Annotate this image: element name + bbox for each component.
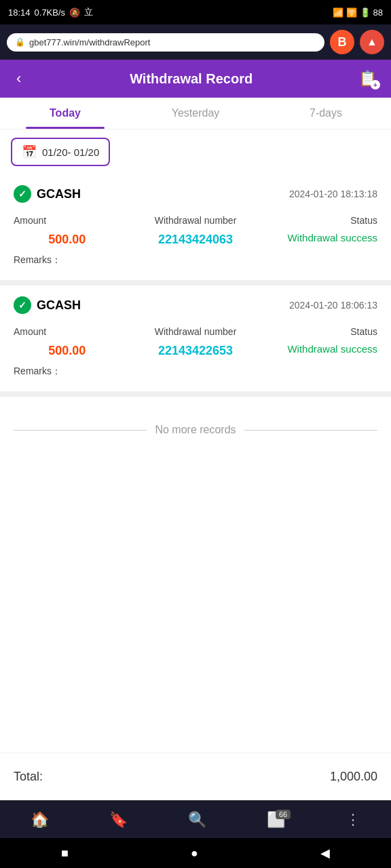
no-more-line-left	[14, 430, 147, 431]
status-right: 📶 🛜 🔋 88	[333, 7, 383, 18]
date-range-value: 01/20- 01/20	[42, 146, 99, 158]
tab-today[interactable]: Today	[0, 98, 130, 129]
withdrawal-number-2: 22143422653	[121, 342, 271, 359]
card-brand-2: ✓ GCASH	[14, 296, 81, 314]
alert-icon[interactable]: ▲	[360, 30, 384, 54]
gcash-icon-1: ✓	[14, 185, 31, 203]
status-header-2: Status	[270, 323, 377, 340]
plus-badge: +	[371, 80, 380, 90]
remarks-row-2: Remarks：	[14, 365, 377, 378]
system-nav: ■ ● ◀	[0, 838, 391, 868]
nav-home-button[interactable]: 🏠	[21, 807, 58, 833]
amount-header-1: Amount	[14, 212, 121, 229]
remarks-label-2: Remarks：	[14, 366, 61, 376]
network-speed: 0.7KB/s	[35, 7, 66, 18]
status-left: 18:14 0.7KB/s 🔕 立	[8, 6, 93, 18]
battery-icon: 🔋	[360, 7, 371, 18]
address-bar[interactable]: 🔒 gbet777.win/m/withdrawReport	[7, 33, 324, 52]
status-value-1: Withdrawal success	[270, 231, 377, 248]
remarks-label-1: Remarks：	[14, 254, 61, 265]
card-header-2: ✓ GCASH 2024-01-20 18:06:13	[14, 296, 377, 314]
status-bar: 18:14 0.7KB/s 🔕 立 📶 🛜 🔋 88	[0, 0, 391, 24]
date-range-button[interactable]: 📅 01/20- 01/20	[11, 138, 110, 166]
date-range-wrapper: 📅 01/20- 01/20	[0, 130, 391, 174]
system-recent-button[interactable]: ■	[52, 842, 78, 865]
bookmark-icon: 🔖	[109, 811, 128, 829]
app-header: ‹ Withdrawal Record 📋 +	[0, 60, 391, 98]
card-table-2: Amount Withdrawal number Status 500.00 2…	[14, 323, 377, 359]
calendar-icon: 📅	[22, 144, 37, 159]
tab-count-badge: 66	[276, 810, 291, 819]
lock-icon: 🔒	[15, 37, 25, 47]
tab-bar: Today Yesterday 7-days	[0, 98, 391, 130]
withdrawal-number-1: 22143424063	[121, 231, 271, 248]
nav-menu-button[interactable]: ⋮	[336, 807, 370, 833]
amount-value-2: 500.00	[14, 342, 121, 359]
data-icon: 立	[84, 6, 93, 18]
withdrawal-header-2: Withdrawal number	[121, 323, 271, 340]
system-back-button[interactable]: ◀	[311, 842, 339, 865]
home-icon: 🏠	[31, 811, 49, 829]
tab-yesterday[interactable]: Yesterday	[130, 98, 261, 129]
signal-icon: 📶	[333, 7, 343, 18]
total-section: Total: 1,000.00	[0, 753, 391, 800]
card-datetime-1: 2024-01-20 18:13:18	[289, 189, 377, 199]
status-header-1: Status	[270, 212, 377, 229]
url-text: gbet777.win/m/withdrawReport	[29, 37, 150, 47]
nav-tabs-button[interactable]: ⬜ 66	[257, 807, 295, 833]
card-table-1: Amount Withdrawal number Status 500.00 2…	[14, 212, 377, 248]
total-value: 1,000.00	[330, 770, 377, 784]
spacer	[0, 463, 391, 753]
card-datetime-2: 2024-01-20 18:06:13	[289, 300, 377, 311]
status-value-2: Withdrawal success	[270, 342, 377, 359]
gcash-label-1: GCASH	[37, 187, 81, 201]
no-more-line-right	[244, 430, 377, 431]
mute-icon: 🔕	[69, 7, 80, 18]
no-more-records: No more records	[0, 397, 391, 463]
battery-level: 88	[373, 7, 383, 18]
brave-browser-icon[interactable]: B	[330, 30, 354, 54]
tab-7days[interactable]: 7-days	[261, 98, 391, 129]
withdrawal-header-1: Withdrawal number	[121, 212, 271, 229]
total-label: Total:	[14, 770, 43, 784]
nav-bookmark-button[interactable]: 🔖	[100, 807, 137, 833]
amount-header-2: Amount	[14, 323, 121, 340]
record-card-2: ✓ GCASH 2024-01-20 18:06:13 Amount Withd…	[0, 285, 391, 397]
record-card-1: ✓ GCASH 2024-01-20 18:13:18 Amount Withd…	[0, 174, 391, 285]
remarks-row-1: Remarks：	[14, 254, 377, 267]
card-header-1: ✓ GCASH 2024-01-20 18:13:18	[14, 185, 377, 203]
nav-search-button[interactable]: 🔍	[179, 807, 216, 833]
gcash-icon-2: ✓	[14, 296, 31, 314]
menu-icon: ⋮	[346, 811, 360, 829]
system-home-button[interactable]: ●	[181, 842, 208, 865]
back-button[interactable]: ‹	[11, 67, 26, 90]
report-icon-button[interactable]: 📋 +	[356, 66, 380, 91]
status-time: 18:14	[8, 7, 31, 18]
bottom-nav: 🏠 🔖 🔍 ⬜ 66 ⋮	[0, 800, 391, 838]
wifi-icon: 🛜	[346, 7, 357, 18]
amount-value-1: 500.00	[14, 231, 121, 248]
search-icon: 🔍	[188, 811, 206, 829]
browser-bar: 🔒 gbet777.win/m/withdrawReport B ▲	[0, 24, 391, 60]
no-more-text: No more records	[155, 424, 236, 436]
gcash-label-2: GCASH	[37, 298, 81, 313]
page-title: Withdrawal Record	[130, 71, 253, 87]
card-brand-1: ✓ GCASH	[14, 185, 81, 203]
